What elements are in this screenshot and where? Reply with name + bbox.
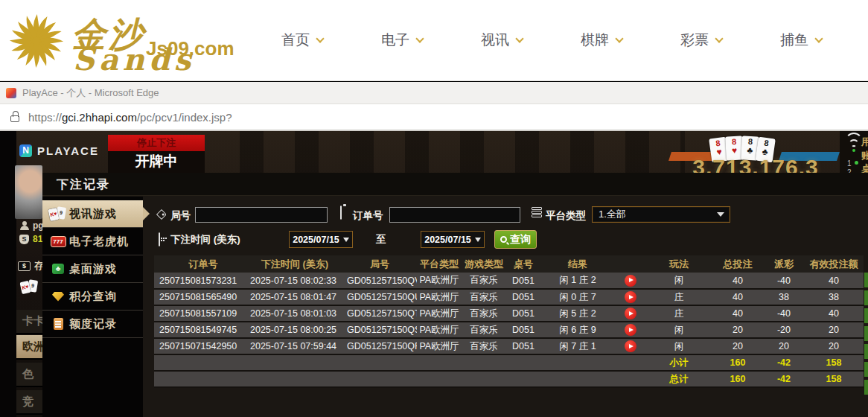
chevron-down-icon — [415, 34, 424, 42]
subtotal-valid: 158 — [804, 354, 864, 371]
cell-valid: 20 — [804, 322, 864, 338]
cell-payout: 38 — [764, 289, 804, 305]
cell-time: 2025-07-15 08:00:25 — [247, 322, 342, 338]
platform-select-value: 1.全部 — [599, 208, 717, 221]
modal-sidebar: K♥9 视讯游戏 电子老虎机 桌面游戏 积分查询 额度记录 — [42, 197, 143, 417]
window-title: PlayAce - 个人 - Microsoft Edge — [22, 86, 159, 100]
cell-play: 庄 — [646, 305, 712, 322]
nav-label: 捕鱼 — [780, 31, 808, 50]
nav-item-lottery[interactable]: 彩票 — [680, 31, 722, 50]
cell-payout: -40 — [764, 273, 804, 289]
sidebar-item-live-games[interactable]: K♥9 视讯游戏 — [42, 200, 143, 228]
cell-result: 闲 0 庄 7 — [540, 289, 615, 305]
nav-label: 电子 — [381, 31, 409, 50]
lobby-tab-label: 卡卡 — [22, 314, 45, 328]
cell-platform: PA欧洲厅 — [417, 305, 462, 322]
cell-replay — [615, 305, 646, 322]
url-path: /pc/pcv1/index.jsp? — [137, 111, 232, 124]
replay-button[interactable] — [625, 324, 636, 336]
right-label-user: 用 — [861, 136, 868, 149]
table-row: 250715081573231 2025-07-15 08:02:33 GD05… — [154, 273, 864, 289]
sidebar-item-label: 电子老虎机 — [69, 235, 129, 249]
nav-item-home[interactable]: 首页 — [281, 31, 323, 50]
sidebar-item-points[interactable]: 积分查询 — [42, 283, 143, 311]
cell-table: D051 — [506, 322, 540, 338]
cell-valid: 20 — [804, 338, 864, 354]
col-platform: 平台类型 — [417, 255, 462, 273]
url-text[interactable]: https://gci.2hhapi.com/pc/pcv1/index.jsp… — [28, 111, 232, 124]
bet-records-table: 订单号 下注时间 (美东) 局号 平台类型 游戏类型 桌号 结果 玩法 总投注 … — [154, 255, 864, 388]
cell-round: GD051257150QU — [342, 289, 417, 305]
caret-down-icon — [717, 212, 724, 217]
cell-result: 闲 1 庄 2 — [540, 273, 615, 289]
replay-button[interactable] — [625, 275, 636, 287]
sidebar-item-label: 桌面游戏 — [69, 262, 117, 276]
cell-replay — [615, 289, 646, 305]
sidebar-item-table-games[interactable]: 桌面游戏 — [42, 255, 143, 283]
lock-icon[interactable] — [10, 115, 19, 122]
nav-item-live[interactable]: 视讯 — [481, 31, 523, 50]
nav-item-board[interactable]: 棋牌 — [581, 31, 622, 50]
subtotal-bet: 160 — [712, 354, 764, 371]
cutoff-action-column — [864, 273, 868, 398]
cell-table: D051 — [506, 338, 540, 354]
site-header: 金沙 Js09.com Sands 首页 电子 视讯 棋牌 彩票 捕鱼 优 — [0, 0, 868, 81]
nav-item-slots[interactable]: 电子 — [381, 31, 423, 50]
chevron-down-icon — [715, 34, 723, 42]
replay-button[interactable] — [625, 340, 636, 352]
chevron-down-icon — [615, 34, 623, 42]
col-replay — [615, 255, 646, 273]
sidebar-item-credit-records[interactable]: 额度记录 — [42, 311, 143, 338]
round-input[interactable] — [195, 207, 328, 223]
document-icon — [47, 318, 69, 330]
url-host: gci.2hhapi.com — [62, 111, 137, 124]
url-bar[interactable]: https://gci.2hhapi.com/pc/pcv1/index.jsp… — [0, 104, 868, 131]
screen: 金沙 Js09.com Sands 首页 电子 视讯 棋牌 彩票 捕鱼 优 Pl… — [0, 0, 868, 417]
cell-result: 闲 7 庄 1 — [540, 338, 615, 354]
nav-label: 棋牌 — [581, 31, 609, 50]
cell-bet: 40 — [712, 289, 764, 305]
date-to-select[interactable]: 2025/07/15 — [421, 231, 485, 248]
tag-icon — [156, 209, 167, 220]
nav-label: 视讯 — [481, 31, 509, 50]
subtotal-label: 小计 — [646, 354, 712, 371]
cell-valid: 40 — [804, 273, 864, 289]
left-black-column — [0, 131, 16, 417]
nav-item-fishing[interactable]: 捕鱼 — [780, 31, 822, 50]
table-row: 250715081557109 2025-07-15 08:01:03 GD05… — [154, 305, 864, 322]
nav-label: 首页 — [281, 31, 310, 50]
cell-bet: 20 — [712, 338, 764, 354]
cell-time: 2025-07-15 08:02:33 — [247, 273, 342, 289]
cell-payout: -40 — [764, 305, 804, 322]
cell-round: GD051257150QT — [342, 305, 417, 322]
cell-round: GD051257150QV — [342, 273, 417, 289]
cell-table: D051 — [506, 289, 540, 305]
cell-valid: 38 — [804, 289, 864, 305]
cell-order: 250715081557109 — [154, 305, 247, 322]
url-scheme: https:// — [28, 111, 62, 124]
table-row: 250715071542950 2025-07-15 07:59:44 GD05… — [154, 338, 864, 354]
cell-bet: 40 — [712, 305, 764, 322]
clipboard-icon — [340, 206, 342, 220]
modal-title: 下注记录 — [57, 173, 110, 196]
lobby-tab-label: 欧洲 — [22, 340, 45, 354]
cell-game: 百家乐 — [462, 273, 506, 289]
replay-button[interactable] — [625, 291, 636, 303]
cell-play: 庄 — [646, 289, 712, 305]
cell-result: 闲 6 庄 9 — [540, 322, 615, 338]
replay-button[interactable] — [625, 308, 636, 319]
date-from-select[interactable]: 2025/07/15 — [289, 231, 353, 248]
cell-order: 250715081573231 — [154, 273, 247, 289]
platform-select[interactable]: 1.全部 — [592, 206, 730, 223]
cell-bet: 40 — [712, 273, 764, 289]
search-button[interactable]: 查询 — [494, 230, 537, 249]
table-row: 250715081565490 2025-07-15 08:01:47 GD05… — [154, 289, 864, 305]
cell-order: 250715081565490 — [154, 289, 247, 305]
cell-table: D051 — [506, 305, 540, 322]
sidebar-item-slots[interactable]: 电子老虎机 — [42, 228, 143, 255]
cell-replay — [615, 273, 646, 289]
calendar-icon — [159, 232, 160, 246]
cell-replay — [615, 322, 646, 338]
order-input[interactable] — [389, 207, 520, 223]
table-header-row: 订单号 下注时间 (美东) 局号 平台类型 游戏类型 桌号 结果 玩法 总投注 … — [154, 255, 864, 273]
